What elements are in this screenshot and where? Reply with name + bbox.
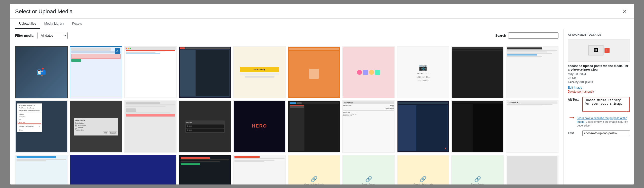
media-item[interactable] xyxy=(233,155,286,184)
media-item[interactable]: 🔗 Transfer Domain xyxy=(342,155,395,184)
media-item[interactable]: Add Tab to Reading List Add Tab to New G… xyxy=(15,100,68,153)
media-item[interactable] xyxy=(288,46,340,99)
media-item[interactable]: Inches 1.000 0.000 xyxy=(179,100,231,153)
media-item[interactable] xyxy=(124,46,177,99)
media-item[interactable]: 🔗 Connect existing domain xyxy=(397,155,450,184)
attachment-thumbnail: 🖼 ! xyxy=(568,39,630,62)
media-item[interactable] xyxy=(451,46,504,99)
media-grid: 📬 ✓ xyxy=(15,46,558,184)
media-item[interactable]: HERO xyxy=(233,100,286,153)
toolbar: Filter media All dates 2024 2023 2022 Se… xyxy=(10,29,564,42)
attachment-actions: Edit Image Delete permanently xyxy=(568,86,630,94)
media-item[interactable]: 📬 xyxy=(15,46,68,99)
media-item[interactable]: 🔗 Transfer Domain ▼ xyxy=(451,155,504,184)
search-section: Search xyxy=(495,32,558,39)
title-label: Title xyxy=(568,130,580,135)
alt-text-label: Alt Text xyxy=(568,97,580,101)
attachment-details-title: ATTACHMENT DETAILS xyxy=(568,33,630,36)
media-item[interactable]: New Guide Orientation Horizontal Vertica… xyxy=(70,100,122,153)
media-item[interactable] xyxy=(15,155,68,184)
alt-text-row: Alt Text Choose Media library for your p… xyxy=(568,97,630,113)
red-arrow-icon: → xyxy=(568,114,576,121)
media-item[interactable]: 📷 Upload co... 1,128px × 19... recommend… xyxy=(397,46,450,99)
filter-row: Filter media All dates 2024 2023 2022 xyxy=(15,32,68,39)
media-item[interactable] xyxy=(124,100,177,153)
attachment-date: May 10, 2024 xyxy=(568,72,630,76)
alt-text-input[interactable]: Choose Media library for your post's ima… xyxy=(582,97,630,112)
tab-pexels[interactable]: Pexels xyxy=(68,19,86,29)
alt-text-desc: Learn how to describe the purpose of the… xyxy=(577,116,630,128)
search-input[interactable] xyxy=(508,32,558,39)
delete-image-link[interactable]: Delete permanently xyxy=(568,90,630,93)
search-label: Search xyxy=(495,34,506,37)
alt-text-description: → Learn how to describe the purpose of t… xyxy=(568,115,630,128)
media-item[interactable]: start saving! xyxy=(233,46,286,99)
title-row: Title xyxy=(568,130,630,136)
media-item[interactable]: Compress Action Type:Drive 1% Tab Archiv… xyxy=(342,100,395,153)
tab-media-library[interactable]: Media Library xyxy=(40,19,68,29)
date-filter-select[interactable]: All dates 2024 2023 2022 xyxy=(37,32,68,39)
close-button[interactable]: ✕ xyxy=(620,8,629,15)
media-item[interactable]: ▼ xyxy=(397,100,450,153)
media-item[interactable] xyxy=(288,100,340,153)
modal-header: Select or Upload Media ✕ xyxy=(10,4,634,19)
attachment-dimensions: 1424 by 304 pixels xyxy=(568,80,630,84)
media-area: Filter media All dates 2024 2023 2022 Se… xyxy=(10,29,564,184)
media-item[interactable] xyxy=(179,46,231,99)
attachment-filename: choose-to-upload-posts-via-the-media-lib… xyxy=(568,64,630,71)
title-input[interactable] xyxy=(582,130,630,136)
tab-bar: Upload files Media Library Pexels xyxy=(10,19,634,29)
media-item[interactable] xyxy=(342,46,395,99)
attachment-sidebar: ATTACHMENT DETAILS 🖼 ! choose-to-upload-… xyxy=(564,29,634,184)
media-modal: Select or Upload Media ✕ Upload files Me… xyxy=(10,4,634,184)
media-item[interactable]: 🔗 Connect existing domain xyxy=(288,155,340,184)
media-item[interactable] xyxy=(506,155,558,184)
grid-area: 📬 ✓ xyxy=(10,42,564,184)
edit-image-link[interactable]: Edit Image xyxy=(568,86,630,89)
media-item[interactable] xyxy=(506,46,558,99)
media-item-selected[interactable]: ✓ xyxy=(70,46,122,99)
media-item[interactable]: Compress R... xyxy=(506,100,558,153)
selection-check: ✓ xyxy=(115,48,120,54)
filter-label: Filter media xyxy=(15,34,33,37)
attachment-filesize: 26 KB xyxy=(568,76,630,80)
media-item[interactable] xyxy=(179,155,231,184)
media-item[interactable] xyxy=(451,100,504,153)
modal-title: Select or Upload Media xyxy=(15,8,73,15)
modal-body: Filter media All dates 2024 2023 2022 Se… xyxy=(10,29,634,184)
media-item[interactable]: sa xyxy=(70,155,177,184)
tab-upload[interactable]: Upload files xyxy=(15,19,40,29)
